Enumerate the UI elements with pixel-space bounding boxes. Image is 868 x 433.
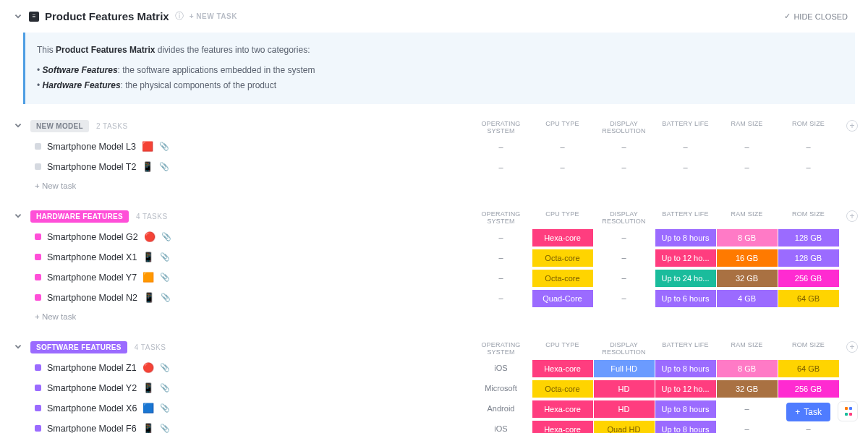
cell-pill[interactable]: Quad HD [594,421,655,433]
task-name[interactable]: Smartphone Model Y7 [47,273,137,283]
add-column-button[interactable]: + [846,341,858,353]
cell-pill[interactable]: 128 GB [778,249,839,267]
status-square-icon[interactable] [35,233,41,240]
cell-pill[interactable]: Up to 6 hours [655,290,716,307]
cell-pill[interactable]: HD [594,400,655,418]
collapse-chevron-icon[interactable] [13,12,23,22]
cell[interactable]: – [778,139,839,155]
task-name[interactable]: Smartphone Model G2 [47,232,138,242]
table-row[interactable]: Smartphone Model G2 🔴 📎 –Hexa-core–Up to… [13,227,868,247]
cell[interactable]: – [532,139,593,155]
group-label[interactable]: NEW MODEL [30,120,89,132]
cell-pill[interactable]: HD [594,380,655,398]
column-header[interactable]: OPERATING SYSTEM [470,210,532,225]
column-header[interactable]: BATTERY LIFE [655,120,716,134]
cell-pill[interactable]: Full HD [594,360,655,377]
status-square-icon[interactable] [35,385,41,391]
column-header[interactable]: OPERATING SYSTEM [470,120,532,134]
column-header[interactable]: BATTERY LIFE [655,210,716,225]
group-label[interactable]: SOFTWARE FEATURES [30,341,127,353]
cell-pill[interactable]: 128 GB [778,229,839,246]
attachment-icon[interactable]: 📎 [159,142,169,151]
apps-button[interactable] [838,401,858,421]
cell[interactable]: – [593,290,655,306]
column-header[interactable]: CPU TYPE [532,120,593,134]
column-header[interactable]: CPU TYPE [532,341,593,356]
status-square-icon[interactable] [35,274,41,280]
cell[interactable]: iOS [470,360,532,376]
status-square-icon[interactable] [35,254,41,260]
cell[interactable]: – [593,249,655,265]
task-name[interactable]: Smartphone Model Y2 [47,383,137,393]
attachment-icon[interactable]: 📎 [160,383,170,393]
column-header[interactable]: RAM SIZE [716,120,778,134]
attachment-icon[interactable]: 📎 [159,162,169,171]
table-row[interactable]: Smartphone Model L3 🟥 📎 –––––– [13,137,868,157]
column-header[interactable]: CPU TYPE [532,210,593,225]
status-square-icon[interactable] [35,163,41,170]
table-row[interactable]: Smartphone Model Z1 🔴 📎 iOSHexa-coreFull… [13,358,868,378]
cell[interactable]: – [470,159,532,175]
task-name[interactable]: Smartphone Model Z1 [47,363,137,373]
column-header[interactable]: RAM SIZE [716,341,778,356]
group-chevron-icon[interactable] [13,211,23,221]
column-header[interactable]: DISPLAY RESOLUTION [593,341,655,356]
status-square-icon[interactable] [35,143,41,150]
status-square-icon[interactable] [35,405,41,411]
cell[interactable]: Microsoft [470,380,532,396]
cell[interactable]: – [470,139,532,155]
task-name[interactable]: Smartphone Model F6 [47,424,137,433]
table-row[interactable]: Smartphone Model X6 🟦 📎 AndroidHexa-core… [13,398,868,419]
cell-pill[interactable]: Hexa-core [532,229,593,246]
cell-pill[interactable]: Up to 24 ho... [655,270,716,287]
cell[interactable]: iOS [470,421,532,433]
column-header[interactable]: ROM SIZE [778,341,839,356]
new-task-float-button[interactable]: +Task [786,403,830,421]
cell[interactable]: – [655,159,716,175]
column-header[interactable]: RAM SIZE [716,210,778,225]
cell[interactable]: – [778,421,839,433]
cell[interactable]: – [470,249,532,265]
cell-pill[interactable]: 32 GB [717,380,778,398]
cell-pill[interactable]: 64 GB [778,360,839,377]
table-row[interactable]: Smartphone Model Y2 📱 📎 MicrosoftOcta-co… [13,378,868,398]
cell[interactable]: – [593,139,655,155]
task-name[interactable]: Smartphone Model L3 [47,142,136,152]
cell[interactable]: – [470,270,532,286]
add-column-button[interactable]: + [846,120,858,132]
column-header[interactable]: OPERATING SYSTEM [470,341,532,356]
cell[interactable]: – [593,159,655,175]
column-header[interactable]: DISPLAY RESOLUTION [593,210,655,225]
new-task-row[interactable]: + New task [13,308,868,325]
table-row[interactable]: Smartphone Model X1 📱 📎 –Octa-core–Up to… [13,247,868,267]
cell[interactable]: – [593,229,655,245]
new-task-button[interactable]: + NEW TASK [190,12,237,20]
cell[interactable]: – [716,159,778,175]
cell-pill[interactable]: Quad-Core [532,290,593,307]
cell[interactable]: – [716,139,778,155]
status-square-icon[interactable] [35,425,41,432]
cell[interactable]: – [593,270,655,286]
cell-pill[interactable]: 64 GB [778,290,839,307]
column-header[interactable]: ROM SIZE [778,210,839,225]
cell-pill[interactable]: Up to 8 hours [655,400,716,418]
attachment-icon[interactable]: 📎 [160,424,170,433]
status-square-icon[interactable] [35,294,41,301]
cell-pill[interactable]: Hexa-core [532,421,593,433]
attachment-icon[interactable]: 📎 [160,252,170,262]
column-header[interactable]: ROM SIZE [778,120,839,134]
task-name[interactable]: Smartphone Model T2 [47,162,136,172]
info-icon[interactable]: ⓘ [175,10,184,22]
attachment-icon[interactable]: 📎 [161,293,171,302]
cell-pill[interactable]: Octa-core [532,249,593,267]
cell[interactable]: – [716,400,778,416]
cell-pill[interactable]: Hexa-core [532,360,593,377]
table-row[interactable]: Smartphone Model F6 📱 📎 iOSHexa-coreQuad… [13,419,868,433]
cell-pill[interactable]: 8 GB [717,360,778,377]
cell[interactable]: – [778,159,839,175]
cell-pill[interactable]: Octa-core [532,270,593,287]
cell-pill[interactable]: Up to 12 ho... [655,380,716,398]
column-header[interactable]: BATTERY LIFE [655,341,716,356]
cell-pill[interactable]: Hexa-core [532,400,593,418]
table-row[interactable]: Smartphone Model Y7 🟧 📎 –Octa-core–Up to… [13,267,868,288]
